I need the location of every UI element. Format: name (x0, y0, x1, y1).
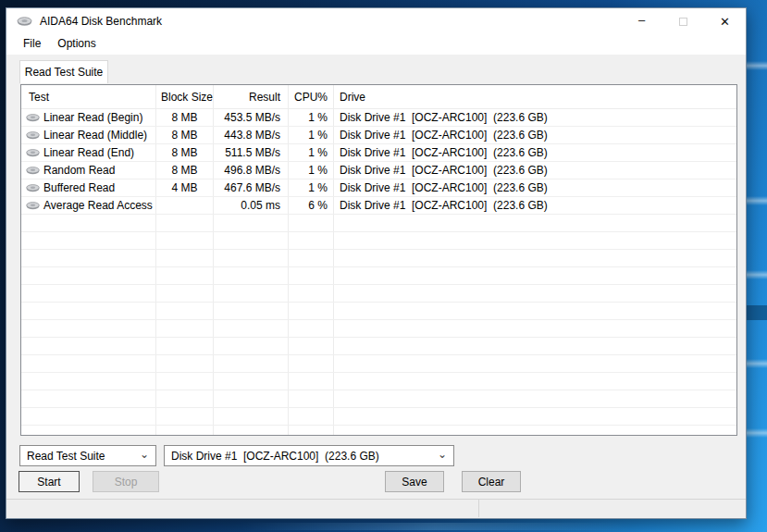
table-row[interactable]: Buffered Read4 MB467.6 MB/s1 %Disk Drive… (21, 179, 736, 197)
cell-block-size (156, 250, 214, 266)
cell-cpu: 6 % (289, 197, 334, 214)
cell-block-size (156, 197, 214, 214)
drive-select-value: Disk Drive #1 [OCZ-ARC100] (223.6 GB) (171, 450, 379, 463)
cell-block-size (156, 408, 214, 425)
cell-result: 467.6 MB/s (214, 179, 289, 196)
table-row[interactable]: Random Read8 MB496.8 MB/s1 %Disk Drive #… (21, 162, 736, 179)
disk-icon (26, 148, 40, 157)
cell-test: Random Read (21, 162, 156, 179)
menu-options[interactable]: Options (49, 34, 104, 55)
cell-block-size (156, 373, 214, 390)
cell-result (214, 320, 289, 337)
cell-result (214, 267, 289, 284)
tab-read-test-suite[interactable]: Read Test Suite (19, 60, 108, 83)
cell-drive: Disk Drive #1 [OCZ-ARC100] (223.6 GB) (334, 144, 736, 161)
table-row-empty (21, 267, 736, 285)
close-button[interactable]: ✕ (704, 8, 746, 34)
cell-drive (334, 232, 736, 249)
cell-cpu: 1 % (289, 162, 334, 179)
title-bar: AIDA64 Disk Benchmark – ✕ (6, 8, 746, 34)
tab-label: Read Test Suite (25, 66, 104, 79)
stop-button[interactable]: Stop (93, 471, 159, 492)
start-button[interactable]: Start (19, 471, 80, 492)
cell-cpu (289, 232, 334, 249)
table-row-empty (21, 320, 736, 338)
results-table: Test Block Size Result CPU% Drive Linear… (20, 84, 737, 436)
cell-result (214, 355, 289, 372)
cell-drive: Disk Drive #1 [OCZ-ARC100] (223.6 GB) (334, 197, 736, 214)
table-row[interactable]: Average Read Access0.05 ms6 %Disk Drive … (21, 197, 736, 215)
maximize-button (662, 8, 704, 34)
cell-block-size (156, 426, 214, 436)
window-title: AIDA64 Disk Benchmark (40, 15, 162, 28)
cell-cpu (289, 426, 334, 436)
cell-block-size (156, 320, 214, 337)
cell-block-size (156, 338, 214, 354)
table-row-empty (21, 355, 736, 373)
maximize-icon (679, 18, 687, 26)
col-header-result[interactable]: Result (214, 85, 289, 109)
cell-test (21, 250, 156, 266)
cell-test (21, 267, 156, 284)
app-window: AIDA64 Disk Benchmark – ✕ File Options R… (6, 7, 747, 519)
cell-drive: Disk Drive #1 [OCZ-ARC100] (223.6 GB) (334, 127, 736, 143)
cell-drive: Disk Drive #1 [OCZ-ARC100] (223.6 GB) (334, 179, 736, 196)
cell-result (214, 232, 289, 249)
cell-cpu: 1 % (289, 109, 334, 126)
cell-result (214, 215, 289, 231)
table-row-empty (21, 232, 736, 250)
cell-block-size (156, 267, 214, 284)
cell-result (214, 303, 289, 319)
clear-button[interactable]: Clear (462, 471, 521, 492)
table-row-empty (21, 285, 736, 303)
cell-test (21, 320, 156, 337)
cell-block-size: 8 MB (156, 127, 214, 143)
table-row-empty (21, 408, 736, 426)
cell-drive (334, 303, 736, 319)
col-header-block-size[interactable]: Block Size (156, 85, 214, 109)
suite-select[interactable]: Read Test Suite ⌄ (19, 445, 156, 466)
disk-icon (26, 183, 40, 192)
disk-icon (26, 113, 40, 122)
chevron-down-icon: ⌄ (438, 448, 447, 461)
menu-bar: File Options (6, 34, 746, 55)
cell-test (21, 338, 156, 354)
desktop: { "window": { "title": "AIDA64 Disk Benc… (0, 0, 767, 532)
disk-icon (26, 201, 40, 210)
status-bar (6, 499, 746, 517)
cell-cpu (289, 250, 334, 266)
cell-cpu (289, 338, 334, 354)
cell-result: 453.5 MB/s (214, 109, 289, 126)
cell-drive (334, 338, 736, 354)
minimize-button[interactable]: – (621, 8, 662, 34)
cell-result (214, 373, 289, 390)
cell-test (21, 303, 156, 319)
drive-select[interactable]: Disk Drive #1 [OCZ-ARC100] (223.6 GB) ⌄ (164, 445, 454, 466)
table-row-empty (21, 303, 736, 320)
col-header-drive[interactable]: Drive (334, 85, 736, 109)
cell-drive (334, 426, 736, 436)
disk-app-icon (17, 16, 32, 27)
col-header-cpu[interactable]: CPU% (289, 85, 334, 109)
cell-result (214, 285, 289, 302)
table-row[interactable]: Linear Read (Begin)8 MB453.5 MB/s1 %Disk… (21, 109, 736, 127)
cell-result (214, 338, 289, 354)
table-header: Test Block Size Result CPU% Drive (21, 85, 736, 109)
table-row[interactable]: Linear Read (Middle)8 MB443.8 MB/s1 %Dis… (21, 127, 736, 144)
table-row-empty (21, 338, 736, 355)
cell-drive: Disk Drive #1 [OCZ-ARC100] (223.6 GB) (334, 109, 736, 126)
col-header-test[interactable]: Test (21, 85, 156, 109)
cell-result (214, 250, 289, 266)
cell-cpu: 1 % (289, 179, 334, 196)
cell-block-size: 8 MB (156, 109, 214, 126)
cell-test (21, 285, 156, 302)
save-button[interactable]: Save (385, 471, 444, 492)
cell-block-size (156, 303, 214, 319)
cell-result: 443.8 MB/s (214, 127, 289, 143)
cell-test: Average Read Access (21, 197, 156, 214)
menu-file[interactable]: File (15, 34, 49, 55)
table-row-empty (21, 390, 736, 408)
cell-drive (334, 215, 736, 231)
cell-result (214, 408, 289, 425)
table-row[interactable]: Linear Read (End)8 MB511.5 MB/s1 %Disk D… (21, 144, 736, 162)
